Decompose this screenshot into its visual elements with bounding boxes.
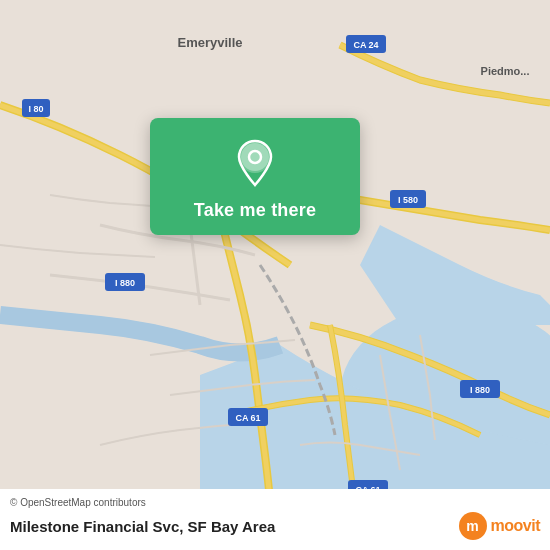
bottom-bar: © OpenStreetMap contributors Milestone F… — [0, 489, 550, 550]
moovit-brand-text: moovit — [491, 517, 540, 535]
action-card[interactable]: Take me there — [150, 118, 360, 235]
svg-text:I 80: I 80 — [28, 104, 43, 114]
attribution-text: © OpenStreetMap contributors — [10, 497, 540, 508]
svg-text:I 880: I 880 — [115, 278, 135, 288]
location-row: Milestone Financial Svc, SF Bay Area m m… — [10, 512, 540, 540]
map-background: I 80 I 580 I 580 I 880 I 880 CA 24 CA 61… — [0, 0, 550, 550]
svg-point-21 — [241, 143, 269, 171]
moovit-logo[interactable]: m moovit — [459, 512, 540, 540]
svg-text:I 880: I 880 — [470, 385, 490, 395]
map-container: I 80 I 580 I 580 I 880 I 880 CA 24 CA 61… — [0, 0, 550, 550]
take-me-there-label: Take me there — [194, 200, 316, 221]
svg-text:CA 61: CA 61 — [235, 413, 260, 423]
svg-text:Piedmo...: Piedmo... — [481, 65, 530, 77]
map-pin-icon — [233, 139, 277, 189]
svg-text:Emeryville: Emeryville — [177, 35, 242, 50]
svg-text:I 580: I 580 — [398, 195, 418, 205]
moovit-icon: m — [459, 512, 487, 540]
svg-text:CA 24: CA 24 — [353, 40, 378, 50]
pin-icon-wrapper — [229, 138, 281, 190]
location-name: Milestone Financial Svc, SF Bay Area — [10, 518, 275, 535]
